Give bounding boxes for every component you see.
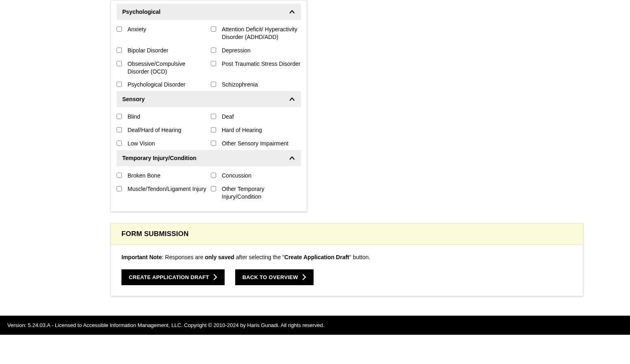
note-bold1: only saved — [205, 254, 234, 260]
condition-checkbox[interactable] — [211, 186, 216, 191]
checkbox-item: Low Vision — [117, 140, 207, 147]
checkbox-item: Anxiety — [117, 26, 207, 41]
condition-checkbox[interactable] — [117, 48, 122, 53]
chevron-up-icon — [289, 96, 295, 102]
form-submission-card: FORM SUBMISSION Important Note: Response… — [110, 223, 583, 296]
section-title: Psychological — [122, 9, 160, 15]
condition-label: Other Temporary Injury/Condition — [222, 185, 301, 201]
checkbox-item: Schizophrenia — [211, 81, 301, 89]
condition-checkbox[interactable] — [211, 48, 216, 53]
section-header[interactable]: Psychological — [117, 4, 301, 20]
condition-checkbox[interactable] — [211, 82, 216, 87]
condition-label: Hard of Hearing — [222, 126, 262, 134]
condition-label: Anxiety — [128, 26, 146, 33]
condition-checkbox[interactable] — [117, 82, 122, 87]
checkbox-item: Depression — [211, 47, 301, 54]
chevron-up-icon — [289, 155, 295, 161]
note-bold2: Create Application Draft — [284, 254, 349, 260]
submission-header: FORM SUBMISSION — [111, 223, 583, 245]
footer: Version: 5.24.03.A - Licensed to Accessi… — [0, 316, 630, 335]
checkbox-item: Obsessive/Compulsive Disorder (OCD) — [117, 60, 207, 76]
condition-checkbox[interactable] — [211, 173, 216, 178]
back-overview-label: BACK TO OVERVIEW — [242, 274, 298, 280]
submission-title: FORM SUBMISSION — [121, 230, 572, 238]
checkbox-item: Blind — [117, 113, 207, 121]
submission-body: Important Note: Responses are only saved… — [111, 245, 583, 296]
section-header[interactable]: Sensory — [117, 91, 301, 107]
condition-checkbox[interactable] — [211, 26, 216, 32]
section-body: Broken BoneConcussionMuscle/Tendon/Ligam… — [111, 166, 307, 203]
note-prefix: Important Note — [121, 254, 162, 260]
condition-label: Schizophrenia — [222, 81, 258, 89]
condition-label: Depression — [222, 47, 251, 54]
checkbox-grid: AnxietyAttention Deficit/ Hyperactivity … — [117, 26, 301, 89]
condition-label: Deaf — [222, 113, 234, 121]
create-draft-button[interactable]: CREATE APPLICATION DRAFT — [121, 269, 225, 285]
condition-label: Concussion — [222, 172, 251, 180]
checkbox-item: Post Traumatic Stress Disorder — [211, 60, 301, 76]
checkbox-item: Other Temporary Injury/Condition — [211, 185, 301, 201]
condition-checkbox[interactable] — [117, 186, 122, 191]
section-body: BlindDeafDeaf/Hard of HearingHard of Hea… — [111, 107, 307, 150]
create-draft-label: CREATE APPLICATION DRAFT — [129, 274, 209, 280]
condition-label: Muscle/Tendon/Ligament Injury — [128, 185, 206, 193]
note-suffix: " button. — [349, 254, 370, 260]
section-header[interactable]: Temporary Injury/Condition — [117, 150, 301, 166]
condition-checkbox[interactable] — [117, 127, 122, 132]
condition-checkbox[interactable] — [117, 114, 122, 119]
disability-categories-card: PsychologicalAnxietyAttention Deficit/ H… — [110, 0, 307, 212]
condition-label: Post Traumatic Stress Disorder — [222, 60, 301, 68]
chevron-right-icon — [302, 274, 306, 280]
condition-label: Obsessive/Compulsive Disorder (OCD) — [128, 60, 207, 76]
checkbox-grid: Broken BoneConcussionMuscle/Tendon/Ligam… — [117, 172, 301, 201]
footer-text: Version: 5.24.03.A - Licensed to Accessi… — [7, 322, 325, 328]
condition-label: Low Vision — [128, 140, 155, 147]
condition-checkbox[interactable] — [211, 114, 216, 119]
back-overview-button[interactable]: BACK TO OVERVIEW — [235, 269, 314, 285]
condition-checkbox[interactable] — [117, 26, 122, 32]
checkbox-item: Concussion — [211, 172, 301, 180]
condition-checkbox[interactable] — [211, 61, 216, 66]
checkbox-item: Muscle/Tendon/Ligament Injury — [117, 185, 207, 201]
checkbox-item: Deaf/Hard of Hearing — [117, 126, 207, 134]
condition-label: Psychological Disorder — [128, 81, 185, 89]
chevron-up-icon — [289, 9, 295, 15]
checkbox-grid: BlindDeafDeaf/Hard of HearingHard of Hea… — [117, 113, 301, 147]
submission-note: Important Note: Responses are only saved… — [121, 254, 572, 260]
condition-checkbox[interactable] — [117, 173, 122, 178]
checkbox-item: Bipolar Disorder — [117, 47, 207, 54]
condition-label: Blind — [128, 113, 140, 121]
condition-label: Broken Bone — [128, 172, 160, 180]
checkbox-item: Psychological Disorder — [117, 81, 207, 89]
condition-label: Bipolar Disorder — [128, 47, 168, 54]
condition-label: Other Sensory Impairment — [222, 140, 288, 147]
condition-checkbox[interactable] — [211, 141, 216, 146]
note-mid2: after selecting the " — [234, 254, 284, 260]
section-body: AnxietyAttention Deficit/ Hyperactivity … — [111, 20, 307, 91]
checkbox-item: Other Sensory Impairment — [211, 140, 301, 147]
condition-checkbox[interactable] — [117, 61, 122, 66]
section-title: Temporary Injury/Condition — [122, 155, 197, 161]
checkbox-item: Broken Bone — [117, 172, 207, 180]
condition-checkbox[interactable] — [211, 127, 216, 132]
condition-checkbox[interactable] — [117, 141, 122, 146]
condition-label: Deaf/Hard of Hearing — [128, 126, 181, 134]
button-row: CREATE APPLICATION DRAFT BACK TO OVERVIE… — [121, 269, 572, 285]
condition-label: Attention Deficit/ Hyperactivity Disorde… — [222, 26, 301, 41]
note-mid1: : Responses are — [162, 254, 205, 260]
chevron-right-icon — [213, 274, 217, 280]
section-title: Sensory — [122, 96, 145, 102]
checkbox-item: Attention Deficit/ Hyperactivity Disorde… — [211, 26, 301, 41]
checkbox-item: Deaf — [211, 113, 301, 121]
checkbox-item: Hard of Hearing — [211, 126, 301, 134]
